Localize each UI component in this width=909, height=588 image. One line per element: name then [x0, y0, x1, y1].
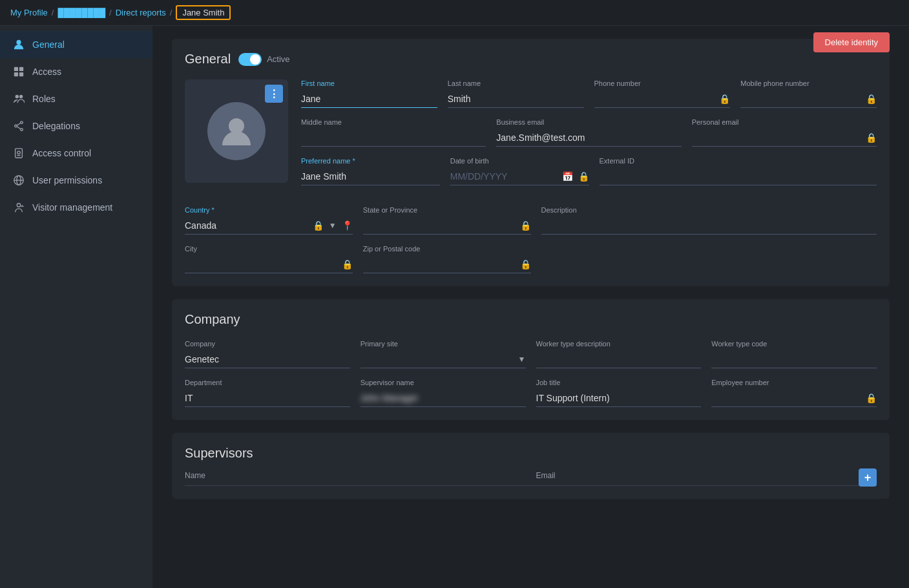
last-name-field: Last name Smith: [448, 79, 584, 108]
worker-type-code-label: Worker type code: [711, 340, 877, 348]
svg-rect-3: [14, 72, 18, 76]
sidebar-item-delegations[interactable]: Delegations: [0, 112, 152, 140]
primary-site-field: Primary site ▼: [360, 340, 526, 368]
description-value[interactable]: [541, 216, 877, 235]
svg-point-5: [16, 95, 19, 98]
middle-name-value[interactable]: [301, 129, 486, 147]
supervisors-section: Supervisors Name Email +: [172, 433, 890, 499]
country-lock-icon: 🔒: [313, 220, 324, 231]
active-toggle[interactable]: [238, 53, 262, 66]
people-icon: [13, 93, 25, 105]
company-section: Company Company Genetec Primary site ▼: [172, 299, 890, 420]
middle-name-label: Middle name: [301, 118, 486, 126]
country-location-icon: 📍: [342, 220, 353, 231]
last-name-value: Smith: [448, 90, 584, 108]
country-value[interactable]: Canada 🔒 ▼ 📍: [185, 216, 353, 235]
dob-value[interactable]: MM/DD/YYYY 📅 🔒: [450, 167, 589, 185]
mobile-phone-value[interactable]: 🔒: [740, 90, 877, 108]
badge-icon: [13, 147, 25, 159]
state-lock-icon: 🔒: [520, 220, 531, 231]
general-section-header: General Active: [185, 52, 877, 67]
worker-type-code-value[interactable]: [711, 350, 877, 368]
country-field: Country * Canada 🔒 ▼ 📍: [185, 206, 353, 235]
business-email-field: Business email Jane.Smith@test.com: [496, 118, 681, 147]
svg-rect-4: [19, 72, 23, 76]
department-field: Department IT: [185, 379, 350, 407]
mobile-phone-label: Mobile phone number: [740, 79, 877, 87]
sidebar-item-visitor-management[interactable]: Visitor management: [0, 194, 152, 221]
svg-point-6: [19, 95, 23, 98]
employee-number-value[interactable]: 🔒: [711, 389, 877, 407]
svg-line-10: [17, 123, 20, 126]
department-label: Department: [185, 379, 350, 386]
company-label: Company: [185, 340, 350, 348]
sidebar-item-access[interactable]: Access: [0, 58, 152, 85]
sidebar-user-permissions-label: User permissions: [32, 175, 102, 185]
external-id-value[interactable]: [600, 167, 877, 185]
personal-email-field: Personal email 🔒: [692, 118, 877, 147]
breadcrumb-org[interactable]: ████████: [57, 8, 105, 17]
breadcrumb-my-profile[interactable]: My Profile: [10, 8, 48, 17]
state-value[interactable]: 🔒: [363, 216, 531, 235]
svg-rect-2: [19, 67, 23, 71]
employee-number-field: Employee number 🔒: [711, 379, 877, 407]
first-name-value[interactable]: [301, 90, 437, 108]
primary-site-dropdown-icon[interactable]: ▼: [518, 355, 526, 364]
general-section: General Active ⋮: [172, 39, 890, 286]
external-id-field: External ID: [600, 157, 877, 185]
first-name-input[interactable]: [301, 94, 437, 104]
breadcrumb-sep3: /: [170, 8, 172, 17]
city-value[interactable]: 🔒: [185, 255, 353, 273]
sidebar-item-access-control[interactable]: Access control: [0, 140, 152, 167]
supervisor-field: Supervisor name John Manager: [360, 379, 526, 407]
dob-field: Date of birth MM/DD/YYYY 📅 🔒: [450, 157, 589, 185]
worker-type-desc-field: Worker type description: [536, 340, 702, 368]
active-toggle-container: Active: [238, 53, 289, 66]
zip-lock-icon: 🔒: [520, 259, 531, 269]
phone-lock-icon: 🔒: [719, 94, 730, 104]
breadcrumb-direct-reports[interactable]: Direct reports: [116, 8, 166, 17]
add-supervisor-button[interactable]: +: [859, 468, 877, 487]
country-dropdown-icon[interactable]: ▼: [329, 221, 337, 230]
email-col-header: Email: [536, 471, 877, 480]
zip-value[interactable]: 🔒: [363, 255, 531, 273]
sidebar-item-user-permissions[interactable]: User permissions: [0, 167, 152, 194]
employee-number-label: Employee number: [711, 379, 877, 386]
delete-identity-button[interactable]: Delete identity: [813, 32, 890, 52]
avatar: [207, 102, 266, 160]
phone-value[interactable]: 🔒: [594, 90, 731, 108]
phone-label: Phone number: [594, 79, 731, 87]
supervisor-value-text: John Manager: [360, 393, 419, 403]
description-label: Description: [541, 206, 877, 214]
primary-site-value[interactable]: ▼: [360, 350, 526, 368]
worker-type-desc-label: Worker type description: [536, 340, 702, 348]
name-col-header: Name: [185, 471, 526, 480]
worker-type-desc-value[interactable]: [536, 350, 702, 368]
mobile-phone-field: Mobile phone number 🔒: [740, 79, 877, 108]
svg-rect-1: [14, 67, 18, 71]
general-title: General: [185, 52, 231, 67]
dob-placeholder: MM/DD/YYYY: [450, 171, 508, 182]
share-icon: [13, 120, 25, 132]
supervisors-table-header: Name Email +: [185, 471, 877, 486]
globe-icon: [13, 174, 25, 186]
svg-point-18: [17, 204, 20, 207]
sidebar-item-roles[interactable]: Roles: [0, 85, 152, 112]
svg-point-8: [21, 129, 23, 131]
svg-point-13: [17, 151, 21, 154]
sidebar-item-general[interactable]: General: [0, 31, 152, 58]
last-name-label: Last name: [448, 79, 584, 87]
preferred-name-label: Preferred name *: [301, 157, 440, 165]
country-label: Country *: [185, 206, 353, 214]
preferred-name-field: Preferred name * Jane Smith: [301, 157, 440, 185]
sidebar: General Access Roles: [0, 26, 152, 588]
avatar-menu-button[interactable]: ⋮: [265, 85, 283, 103]
visitor-icon: [13, 202, 25, 213]
preferred-name-value: Jane Smith: [301, 167, 440, 185]
company-field: Company Genetec: [185, 340, 350, 368]
personal-email-value[interactable]: 🔒: [692, 129, 877, 147]
phone-field: Phone number 🔒: [594, 79, 731, 108]
calendar-icon[interactable]: 📅: [562, 171, 573, 182]
zip-field: Zip or Postal code 🔒: [363, 245, 531, 273]
avatar-container: ⋮: [185, 79, 288, 183]
